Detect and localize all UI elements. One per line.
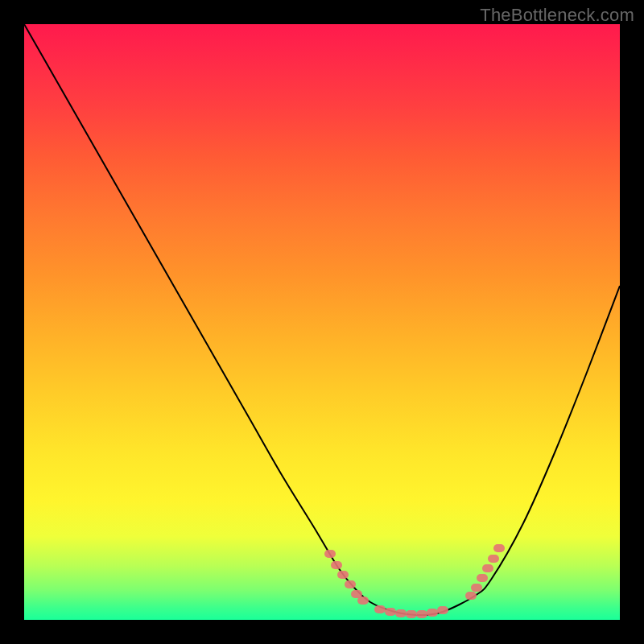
marker-dot [324,550,336,558]
marker-dot [488,555,499,563]
marker-dot [345,580,356,588]
bottleneck-curve [24,24,620,615]
marker-dot [477,574,488,582]
marker-dot [337,571,349,579]
watermark-text: TheBottleneck.com [480,5,634,26]
marker-dot [406,610,417,618]
marker-dot [482,564,493,572]
marker-dot [437,606,448,614]
marker-dot [493,544,505,552]
marker-dot [416,610,427,618]
plot-area [24,24,620,620]
marker-group [324,544,505,618]
marker-dot [374,605,386,613]
marker-dot [357,597,369,605]
chart-container: TheBottleneck.com [0,0,644,644]
marker-dot [427,609,438,617]
marker-dot [471,584,482,592]
marker-dot [465,592,477,600]
marker-dot [331,561,342,569]
marker-dot [385,608,396,616]
marker-dot [395,609,407,617]
curve-svg [24,24,620,620]
